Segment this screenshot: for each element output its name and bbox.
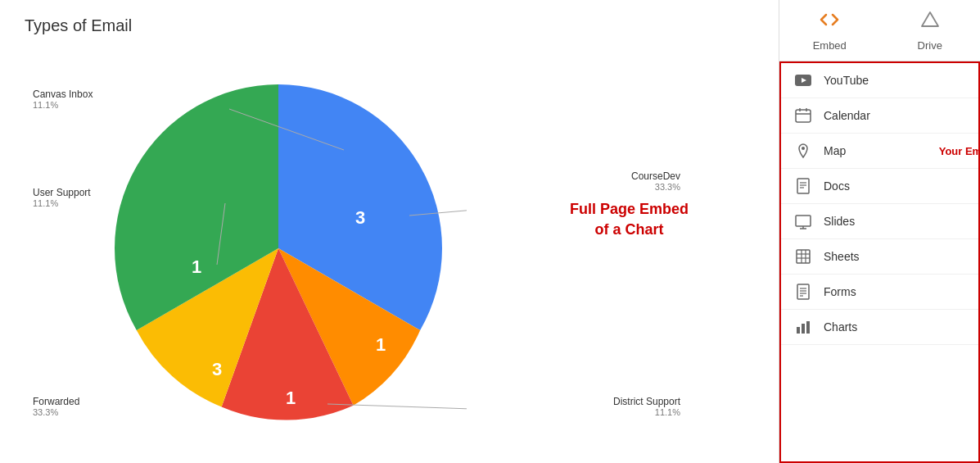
youtube-icon xyxy=(794,71,812,89)
label-forwarded: Forwarded 33.3% xyxy=(33,396,79,417)
chart-container: Canvas Inbox 11.1% User Support 11.1% Fo… xyxy=(25,52,754,437)
charts-label: Charts xyxy=(824,320,857,334)
charts-icon xyxy=(794,318,812,336)
svg-rect-34 xyxy=(802,324,805,334)
toolbar-embed[interactable]: Embed xyxy=(779,0,880,61)
sidebar-toolbar: Embed Drive xyxy=(779,0,980,61)
option-slides[interactable]: Slides xyxy=(781,204,978,239)
calendar-icon xyxy=(794,107,812,125)
docs-icon xyxy=(794,177,812,195)
docs-label: Docs xyxy=(824,179,850,193)
label-user-support: User Support 11.1% xyxy=(33,187,91,208)
svg-rect-23 xyxy=(797,250,810,263)
forms-label: Forms xyxy=(824,285,856,298)
svg-text:1: 1 xyxy=(192,256,201,277)
svg-text:3: 3 xyxy=(212,359,222,379)
svg-text:1: 1 xyxy=(376,334,386,355)
option-map[interactable]: Map Your Embed Options xyxy=(781,134,978,169)
slides-label: Slides xyxy=(824,215,855,228)
embed-options-panel: YouTube Calendar Map xyxy=(779,61,980,463)
label-canvas-inbox: Canvas Inbox 11.1% xyxy=(33,89,93,110)
svg-rect-33 xyxy=(797,327,800,334)
embed-label: Embed xyxy=(813,39,847,52)
map-icon xyxy=(794,142,812,160)
option-forms[interactable]: Forms xyxy=(781,275,978,310)
chart-title: Types of Email xyxy=(25,16,754,35)
pie-chart: 3 1 1 3 1 xyxy=(90,60,467,437)
embed-annotation: Full Page Embed of a Chart xyxy=(570,199,689,240)
main-content: Types of Email Canvas Inbox 11.1% User S… xyxy=(0,0,779,463)
label-coursedev: CourseDev 33.3% xyxy=(631,170,680,192)
your-embed-options-annotation: Your Embed Options xyxy=(939,145,980,157)
option-charts[interactable]: Charts xyxy=(781,310,978,345)
youtube-label: YouTube xyxy=(824,74,869,87)
svg-rect-11 xyxy=(796,110,811,122)
option-youtube[interactable]: YouTube xyxy=(781,63,978,98)
label-district-support: District Support 11.1% xyxy=(613,396,680,417)
slides-icon xyxy=(794,212,812,230)
calendar-label: Calendar xyxy=(824,109,870,122)
svg-text:1: 1 xyxy=(286,388,296,408)
forms-icon xyxy=(794,283,812,301)
drive-icon xyxy=(920,10,940,34)
sidebar: Embed Drive YouTube xyxy=(779,0,980,463)
svg-point-15 xyxy=(802,147,805,150)
map-label: Map xyxy=(824,144,846,157)
svg-rect-35 xyxy=(806,321,810,334)
toolbar-drive[interactable]: Drive xyxy=(880,0,981,61)
svg-rect-28 xyxy=(797,284,809,299)
svg-rect-16 xyxy=(797,179,809,193)
svg-rect-20 xyxy=(796,216,811,226)
embed-code-icon xyxy=(820,10,839,34)
option-docs[interactable]: Docs xyxy=(781,169,978,204)
option-calendar[interactable]: Calendar xyxy=(781,98,978,134)
sheets-label: Sheets xyxy=(824,250,860,263)
option-sheets[interactable]: Sheets xyxy=(781,239,978,275)
svg-text:3: 3 xyxy=(355,207,365,228)
sheets-icon xyxy=(794,247,812,266)
drive-label: Drive xyxy=(918,39,942,52)
